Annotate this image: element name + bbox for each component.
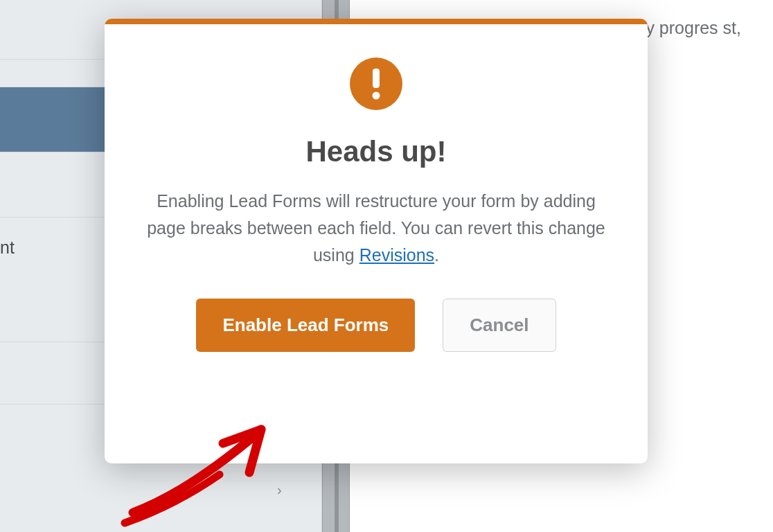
sidebar-item-label: nt [0,238,15,258]
confirmation-modal: Heads up! Enabling Lead Forms will restr… [105,19,648,463]
svg-point-1 [373,92,380,100]
modal-title: Heads up! [132,135,620,168]
chevron-right-icon: › [277,482,282,498]
modal-description-suffix: . [434,245,439,265]
modal-description: Enabling Lead Forms will restructure you… [132,188,620,268]
exclamation-icon [350,57,402,110]
revisions-link[interactable]: Revisions [359,245,434,265]
enable-lead-forms-button[interactable]: Enable Lead Forms [196,299,415,352]
modal-accent-bar [105,19,648,24]
svg-rect-0 [373,69,380,88]
modal-actions: Enable Lead Forms Cancel [132,299,620,352]
cancel-button[interactable]: Cancel [443,299,556,352]
